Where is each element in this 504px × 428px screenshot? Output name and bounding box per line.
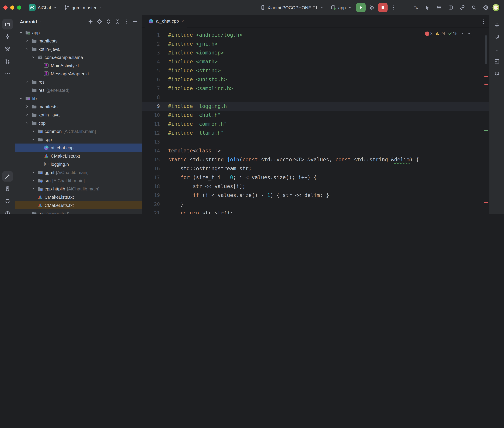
line-number[interactable]: 10 xyxy=(142,111,168,120)
maximize-window-button[interactable] xyxy=(17,6,21,10)
line-number[interactable]: 8 xyxy=(142,93,168,102)
task-list-icon[interactable] xyxy=(434,3,444,12)
tree-item-cmakelists-txt[interactable]: CMakeLists.txt xyxy=(15,201,142,209)
tree-item-cpp[interactable]: cpp xyxy=(15,135,142,144)
code-line[interactable]: 14template<class T> xyxy=(142,146,489,155)
options-kebab-icon[interactable] xyxy=(122,17,131,26)
build-icon[interactable] xyxy=(2,171,13,181)
code-line[interactable]: 21 return str.str(); xyxy=(142,209,489,214)
prev-problem-icon[interactable] xyxy=(460,32,464,36)
error-stripe-mark[interactable] xyxy=(484,83,488,85)
tree-item-lib[interactable]: lib xyxy=(15,94,142,102)
device-selector[interactable]: Xiaomi POCOPHONE F1 xyxy=(257,3,326,12)
tab-ai-chat-cpp[interactable]: + ai_chat.cpp × xyxy=(145,15,187,28)
line-number[interactable]: 2 xyxy=(142,39,168,48)
chevron-down-icon[interactable] xyxy=(25,121,29,125)
error-stripe-mark[interactable] xyxy=(484,130,488,131)
tree-item-cmakelists-txt[interactable]: CMakeLists.txt xyxy=(15,193,142,201)
hide-panel-icon[interactable] xyxy=(131,17,140,26)
stop-button[interactable] xyxy=(378,3,388,12)
tree-item-ggml[interactable]: ggml [AiChat.lib.main] xyxy=(15,168,142,176)
tree-item-logging-h[interactable]: Hlogging.h xyxy=(15,160,142,168)
chevron-right-icon[interactable] xyxy=(25,104,29,109)
tree-item-common[interactable]: common [AiChat.lib.main] xyxy=(15,127,142,135)
code-line[interactable]: 9#include "logging.h" xyxy=(142,102,489,111)
inspections-widget[interactable]: ! 3 24 15 xyxy=(423,31,473,37)
branch-selector[interactable]: ggml-master xyxy=(61,3,105,12)
tree-item-mainactivity-kt[interactable]: MainActivity.kt xyxy=(15,61,142,70)
errors-indicator[interactable]: ! 3 xyxy=(425,31,433,36)
minimize-window-button[interactable] xyxy=(10,6,14,10)
plugins-icon[interactable] xyxy=(446,3,455,12)
project-selector[interactable]: AC AiChat xyxy=(26,3,60,12)
more-tool-windows-icon[interactable] xyxy=(2,68,13,79)
chevron-right-icon[interactable] xyxy=(31,178,36,183)
chevron-down-icon[interactable] xyxy=(31,137,36,142)
device-explorer-icon[interactable] xyxy=(2,184,13,194)
line-number[interactable]: 6 xyxy=(142,75,168,84)
chevron-down-icon[interactable] xyxy=(31,55,36,60)
next-problem-icon[interactable] xyxy=(467,32,471,36)
tree-item-manifests[interactable]: manifests xyxy=(15,102,142,111)
line-number[interactable]: 1 xyxy=(142,31,168,39)
chevron-down-icon[interactable] xyxy=(18,96,23,101)
editor-options-kebab[interactable] xyxy=(481,19,486,24)
code-line[interactable]: 2#include <jni.h> xyxy=(142,39,489,48)
ai-edit-icon[interactable]: Tt xyxy=(411,3,420,12)
code-line[interactable]: 20 } xyxy=(142,200,489,209)
chevron-right-icon[interactable] xyxy=(25,38,29,43)
chevron-right-icon[interactable] xyxy=(31,186,36,191)
line-number[interactable]: 16 xyxy=(142,164,168,173)
tree-item-res[interactable]: res xyxy=(15,78,142,86)
tree-item-kotlin-java[interactable]: kotlin+java xyxy=(15,111,142,119)
error-stripe-mark[interactable] xyxy=(484,76,488,77)
line-number[interactable]: 18 xyxy=(142,182,168,191)
settings-icon[interactable] xyxy=(481,3,490,12)
code-line[interactable]: 4#include <cmath> xyxy=(142,57,489,66)
code-line[interactable]: 18 str << values[i]; xyxy=(142,182,489,191)
close-tab-icon[interactable]: × xyxy=(181,19,184,23)
code-line[interactable]: 19 if (i < values.size() - 1) { str << d… xyxy=(142,191,489,200)
problems-icon[interactable] xyxy=(2,208,13,214)
error-stripe-mark[interactable] xyxy=(484,202,488,203)
run-configuration-selector[interactable]: app xyxy=(328,3,355,12)
chevron-right-icon[interactable] xyxy=(31,129,36,134)
code-line[interactable]: 13 xyxy=(142,137,489,146)
line-number[interactable]: 12 xyxy=(142,128,168,137)
tree-item-res[interactable]: res (generated) xyxy=(15,209,142,214)
tree-item-res[interactable]: res (generated) xyxy=(15,86,142,94)
collapse-all-icon[interactable] xyxy=(113,17,122,26)
code-line[interactable]: 5#include <string> xyxy=(142,66,489,75)
tree-item-kotlin-java[interactable]: kotlin+java xyxy=(15,45,142,53)
line-number[interactable]: 19 xyxy=(142,191,168,200)
chevron-down-icon[interactable] xyxy=(25,47,29,51)
expand-all-icon[interactable] xyxy=(104,17,113,26)
tree-item-cmakelists-txt[interactable]: CMakeLists.txt xyxy=(15,152,142,160)
layout-inspector-icon[interactable] xyxy=(492,56,502,66)
code-line[interactable]: 7#include <sampling.h> xyxy=(142,84,489,93)
link-icon[interactable] xyxy=(458,3,467,12)
project-icon[interactable] xyxy=(2,19,13,29)
code-line[interactable]: 11#include "common.h" xyxy=(142,120,489,128)
run-options-kebab[interactable] xyxy=(389,3,399,12)
tree-item-ai-chat-cpp[interactable]: +ai_chat.cpp xyxy=(15,144,142,152)
commit-icon[interactable] xyxy=(2,32,13,42)
tree-item-manifests[interactable]: manifests xyxy=(15,37,142,45)
line-number[interactable]: 9 xyxy=(142,102,168,111)
tree-item-messageadapter-kt[interactable]: MessageAdapter.kt xyxy=(15,70,142,78)
line-number[interactable]: 7 xyxy=(142,84,168,93)
close-window-button[interactable] xyxy=(3,6,8,10)
logcat-icon[interactable] xyxy=(2,196,13,206)
line-number[interactable]: 21 xyxy=(142,209,168,214)
tree-item-src[interactable]: src [AiChat.lib.main] xyxy=(15,176,142,185)
code-line[interactable]: 10#include "chat.h" xyxy=(142,111,489,120)
debug-button[interactable] xyxy=(367,3,376,12)
tree-item-app[interactable]: app xyxy=(15,28,142,37)
code-line[interactable]: 17 for (size_t i = 0; i < values.size();… xyxy=(142,173,489,182)
tree-item-cpp-httplib[interactable]: cpp-httplib [AiChat.lib.main] xyxy=(15,185,142,193)
code-line[interactable]: 15static std::string join(const std::vec… xyxy=(142,155,489,164)
pull-requests-icon[interactable] xyxy=(2,56,13,66)
pointer-inspect-icon[interactable] xyxy=(423,3,432,12)
code-line[interactable]: 8 xyxy=(142,93,489,102)
search-icon[interactable] xyxy=(469,3,479,12)
